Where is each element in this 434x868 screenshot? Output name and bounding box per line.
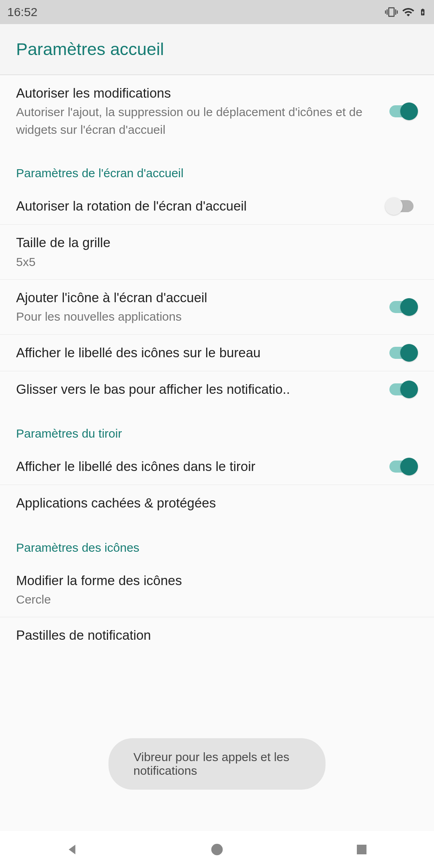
status-bar: 16:52: [0, 0, 434, 24]
toggle-desktop-labels[interactable]: [385, 344, 418, 362]
recent-icon: [355, 843, 368, 856]
settings-list: Autoriser les modifications Autoriser l'…: [0, 75, 434, 653]
app-header: Paramètres accueil: [0, 24, 434, 74]
setting-title: Glisser vers le bas pour afficher les no…: [16, 380, 373, 399]
setting-title: Pastilles de notification: [16, 626, 406, 645]
toggle-add-icon[interactable]: [385, 298, 418, 316]
toggle-drawer-labels[interactable]: [385, 458, 418, 475]
back-icon: [65, 842, 80, 857]
setting-drawer-labels[interactable]: Afficher le libellé des icônes dans le t…: [0, 448, 434, 485]
setting-title: Afficher le libellé des icônes dans le t…: [16, 457, 373, 476]
section-header-drawer: Paramètres du tiroir: [0, 407, 434, 448]
navigation-bar: [0, 831, 434, 868]
setting-swipe-down[interactable]: Glisser vers le bas pour afficher les no…: [0, 371, 434, 407]
setting-title: Autoriser la rotation de l'écran d'accue…: [16, 197, 373, 215]
toast-message: Vibreur pour les appels et les notificat…: [108, 738, 326, 790]
setting-icon-shape[interactable]: Modifier la forme des icônes Cercle: [0, 563, 434, 618]
setting-title: Afficher le libellé des icônes sur le bu…: [16, 344, 373, 362]
setting-subtitle: Pour les nouvelles applications: [16, 308, 373, 326]
setting-title: Autoriser les modifications: [16, 84, 373, 102]
status-time: 16:52: [7, 5, 37, 19]
setting-hidden-apps[interactable]: Applications cachées & protégées: [0, 485, 434, 521]
vibrate-icon: [385, 6, 398, 18]
toggle-swipe-down[interactable]: [385, 381, 418, 398]
status-icons: [385, 5, 427, 19]
setting-allow-edits[interactable]: Autoriser les modifications Autoriser l'…: [0, 75, 434, 147]
setting-subtitle: Cercle: [16, 591, 406, 608]
setting-title: Applications cachées & protégées: [16, 494, 406, 512]
home-icon: [209, 842, 225, 857]
setting-grid-size[interactable]: Taille de la grille 5x5: [0, 225, 434, 280]
nav-back-button[interactable]: [62, 839, 82, 860]
setting-title: Ajouter l'icône à l'écran d'accueil: [16, 289, 373, 307]
battery-charging-icon: [419, 5, 427, 19]
wifi-icon: [402, 6, 415, 18]
setting-desktop-labels[interactable]: Afficher le libellé des icônes sur le bu…: [0, 335, 434, 371]
section-header-home: Paramètres de l'écran d'accueil: [0, 147, 434, 188]
toggle-allow-edits[interactable]: [385, 102, 418, 120]
section-header-icons: Paramètres des icônes: [0, 522, 434, 563]
toggle-rotation[interactable]: [385, 197, 418, 215]
setting-add-icon[interactable]: Ajouter l'icône à l'écran d'accueil Pour…: [0, 280, 434, 335]
setting-subtitle: Autoriser l'ajout, la suppression ou le …: [16, 103, 373, 138]
page-title: Paramètres accueil: [16, 39, 418, 59]
setting-title: Modifier la forme des icônes: [16, 571, 406, 590]
setting-title: Taille de la grille: [16, 233, 406, 252]
nav-recent-button[interactable]: [352, 839, 372, 860]
setting-notification-dots[interactable]: Pastilles de notification: [0, 617, 434, 653]
setting-rotation[interactable]: Autoriser la rotation de l'écran d'accue…: [0, 188, 434, 225]
setting-subtitle: 5x5: [16, 253, 406, 271]
svg-point-0: [211, 844, 223, 856]
svg-rect-1: [357, 845, 366, 854]
nav-home-button[interactable]: [207, 839, 227, 860]
